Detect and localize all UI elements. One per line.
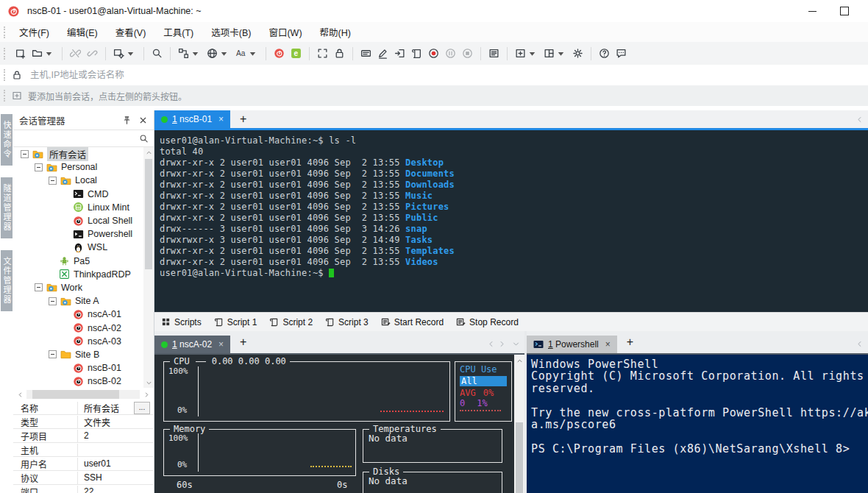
tab-close-button[interactable]: × [605, 339, 611, 350]
new-tab-button[interactable]: + [627, 336, 633, 348]
find-button[interactable] [150, 45, 164, 63]
cpu-legend-core0[interactable]: 01% [460, 398, 511, 408]
scroll-up-icon[interactable] [143, 147, 154, 157]
options-button[interactable] [571, 45, 585, 63]
xftp-transfer-button[interactable]: e [289, 45, 303, 63]
property-value[interactable]: SSH [78, 472, 153, 483]
drag-grip[interactable] [4, 48, 7, 60]
tab-powershell[interactable]: 1 Powershell × [527, 336, 617, 353]
session-log-button[interactable] [487, 45, 501, 63]
tree-item-nscA-02[interactable]: nscA-02 [13, 321, 143, 334]
xshell-home-button[interactable] [272, 45, 286, 63]
tree-collapse-icon[interactable] [21, 150, 29, 158]
stop-record-button[interactable]: Stop Record [456, 317, 519, 327]
tab-nscA-02[interactable]: 1 nscA-02 × [154, 336, 230, 353]
record-button[interactable] [427, 45, 441, 63]
new-tab-button[interactable]: + [240, 113, 246, 125]
tree-collapse-icon[interactable] [35, 283, 43, 291]
script-2-button[interactable]: Script 2 [269, 317, 313, 327]
scrollbar-thumb[interactable] [145, 159, 152, 269]
tree-item-nscB-01[interactable]: nscB-01 [13, 361, 143, 375]
browse-button[interactable]: ... [134, 402, 150, 414]
new-tab-button[interactable] [513, 45, 539, 63]
tab-scroll-left-icon[interactable] [855, 340, 864, 348]
pin-icon[interactable] [122, 116, 132, 125]
property-value[interactable]: 22 [78, 486, 153, 493]
tree-item-CMD[interactable]: CMD [13, 188, 143, 201]
property-value[interactable]: 文件夹 [78, 416, 153, 428]
side-tab-0[interactable]: 快速命令 [1, 114, 13, 166]
tree-collapse-icon[interactable] [49, 297, 57, 305]
tree-item-Pa5[interactable]: Pa5 [13, 255, 143, 268]
tree-item-Linux Mint[interactable]: Linux Mint [13, 201, 143, 214]
menu-item-4[interactable]: 选项卡(B) [204, 22, 258, 42]
scroll-right-icon[interactable] [140, 391, 153, 398]
encoding-button[interactable] [205, 45, 231, 63]
scrollbar-thumb[interactable] [32, 390, 119, 399]
scroll-left-icon[interactable] [13, 391, 26, 398]
scrollbar-track[interactable] [26, 390, 140, 399]
tunneling-button[interactable] [177, 45, 202, 63]
scroll-down-icon[interactable] [143, 377, 154, 388]
tab-nscB-01[interactable]: 1 nscB-01 × [154, 110, 230, 128]
new-tab-button[interactable]: + [240, 336, 246, 348]
run-script-button[interactable] [410, 45, 424, 63]
dashboard-scrollbar[interactable] [514, 355, 524, 493]
minimize-button[interactable] [796, 0, 828, 22]
property-value[interactable]: 所有会话... [78, 402, 153, 414]
scrollbar-thumb[interactable] [516, 422, 523, 493]
tree-item-所有会话[interactable]: 所有会话 [13, 147, 143, 160]
menu-item-6[interactable]: 帮助(H) [313, 22, 358, 42]
tab-scroll-right-icon[interactable] [498, 340, 506, 348]
menu-item-1[interactable]: 编辑(E) [60, 22, 105, 42]
tree-item-WSL[interactable]: WSL [13, 241, 143, 254]
host-address-input[interactable] [29, 69, 868, 81]
tree-collapse-icon[interactable] [49, 350, 57, 358]
cpu-legend-avg[interactable]: AVG0% [460, 388, 511, 398]
scripts-button[interactable]: Scripts [161, 317, 202, 327]
script-1-button[interactable]: Script 1 [214, 317, 257, 327]
tab-layout-button[interactable] [542, 45, 568, 63]
drag-grip[interactable] [4, 26, 7, 38]
side-tab-2[interactable]: 文件管理器 [1, 250, 13, 311]
ssh-terminal[interactable]: user01@alan-Virtual-Machine:~$ ls -ltota… [154, 130, 868, 312]
tree-collapse-icon[interactable] [49, 177, 57, 185]
help-button[interactable] [597, 45, 611, 63]
font-size-button[interactable]: Aa [234, 45, 260, 63]
menu-item-2[interactable]: 查看(V) [108, 22, 154, 42]
cpu-legend-all[interactable]: All [460, 376, 507, 386]
send-input-button[interactable] [393, 45, 407, 63]
open-session-button[interactable] [30, 45, 56, 63]
tree-item-Site B[interactable]: Site B [13, 348, 143, 361]
tree-item-ThinkpadRDP[interactable]: ThinkpadRDP [13, 268, 143, 281]
fullscreen-button[interactable] [316, 45, 330, 63]
tree-item-Powershell[interactable]: Powershell [13, 227, 143, 241]
tree-horizontal-scrollbar[interactable] [13, 388, 153, 401]
new-session-button[interactable] [13, 45, 27, 63]
tab-scroll-left-icon[interactable] [487, 340, 495, 348]
tab-scroll-left-icon[interactable] [855, 116, 864, 124]
tree-item-nscA-01[interactable]: nscA-01 [13, 308, 143, 321]
drag-grip[interactable] [4, 69, 7, 81]
scroll-up-icon[interactable] [514, 355, 524, 366]
menu-item-5[interactable]: 窗口(W) [261, 22, 309, 42]
new-terminal-button[interactable] [112, 45, 138, 63]
tree-item-Personal[interactable]: Personal [13, 160, 143, 174]
highlight-button[interactable] [376, 45, 390, 63]
script-3-button[interactable]: Script 3 [325, 317, 369, 327]
tree-vertical-scrollbar[interactable] [143, 147, 154, 388]
menu-item-3[interactable]: 工具(T) [156, 22, 201, 42]
tree-item-Local Shell[interactable]: Local Shell [13, 214, 143, 227]
feedback-button[interactable] [614, 45, 628, 63]
property-value[interactable]: user01 [78, 458, 153, 469]
tree-item-nscA-03[interactable]: nscA-03 [13, 335, 143, 348]
tab-menu-icon[interactable] [512, 340, 520, 348]
start-record-button[interactable]: Start Record [381, 317, 444, 327]
side-tab-1[interactable]: 隧道管理器 [1, 177, 13, 238]
powershell-terminal[interactable]: Windows PowerShellCopyright (C) Microsof… [527, 355, 868, 493]
property-value[interactable]: 2 [78, 430, 153, 441]
tree-item-Site A[interactable]: Site A [13, 294, 143, 308]
tree-item-Work[interactable]: Work [13, 281, 143, 294]
maximize-button[interactable] [828, 0, 861, 22]
tree-item-Local[interactable]: Local [13, 174, 143, 187]
